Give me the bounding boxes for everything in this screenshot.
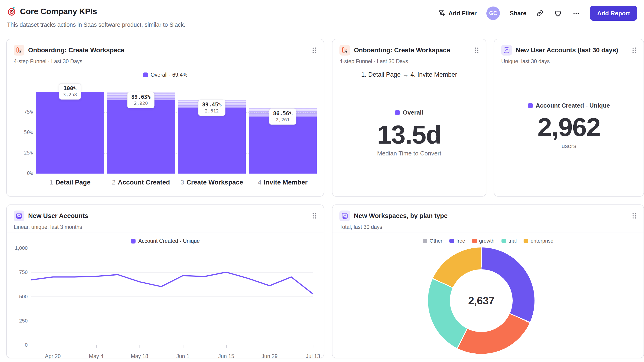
drag-handle-icon[interactable]: [474, 47, 479, 53]
legend-label: Other: [430, 238, 442, 244]
legend-label: trial: [508, 238, 516, 244]
funnel-bar[interactable]: 86.56%2,261: [249, 92, 317, 174]
funnel-bar[interactable]: 89.45%2,612: [178, 92, 246, 174]
target-icon: [7, 6, 17, 16]
metric-legend[interactable]: Account Created - Unique: [528, 102, 610, 109]
legend-marker: [131, 239, 136, 244]
funnel-step-range: 1. Detail Page → 4. Invite Member: [332, 67, 486, 82]
drag-handle-icon[interactable]: [312, 213, 317, 219]
funnel-bar-solid: [249, 117, 317, 174]
drag-handle-icon[interactable]: [632, 47, 636, 53]
x-axis-tick: [140, 345, 140, 348]
legend-label: enterprise: [530, 238, 553, 244]
donut-legend: Otherfreegrowthtrialenterprise: [332, 238, 644, 244]
y-axis-label: 500: [8, 294, 28, 300]
x-axis-label: May 18: [131, 353, 148, 360]
funnel-report-card: Onboarding: Create Workspace 4-step Funn…: [6, 39, 324, 197]
funnel-step-labels: 1Detail Page2Account Created3Create Work…: [36, 179, 317, 186]
dashboard-page: Core Company KPIs This dataset tracks ac…: [0, 0, 644, 362]
legend-label: Account Created - Unique: [536, 102, 610, 109]
legend-marker: [528, 103, 533, 108]
median-time-caption: Median Time to Convert: [377, 150, 441, 157]
card-title: Onboarding: Create Workspace: [354, 46, 450, 54]
x-axis-tick: [270, 345, 270, 348]
funnel-report-icon: [14, 45, 24, 55]
funnel-bar-label: 100%3,258: [59, 83, 81, 100]
legend-marker: [143, 72, 148, 77]
funnel-bar[interactable]: 89.63%2,920: [107, 92, 175, 174]
y-axis-label: 750: [8, 269, 28, 275]
legend-marker: [472, 239, 477, 243]
funnel-bar[interactable]: 100%3,258: [36, 92, 104, 174]
x-axis-label: Jun 29: [262, 353, 278, 360]
x-axis-tick: [53, 345, 53, 348]
x-axis-tick: [96, 345, 97, 348]
card-subtitle: 4-step Funnel · Last 30 Days: [340, 58, 479, 65]
favorite-heart-icon[interactable]: [554, 9, 562, 17]
funnel-bar-solid: [178, 108, 246, 174]
funnel-step-label: 3Create Workspace: [178, 179, 246, 186]
funnel-report-icon: [340, 45, 350, 55]
x-axis-label: May 4: [89, 353, 104, 360]
y-axis-label: 25%: [12, 150, 33, 156]
donut-legend-item[interactable]: Other: [423, 238, 442, 244]
drag-handle-icon[interactable]: [312, 47, 317, 53]
card-header: New User Accounts Linear, unique, last 3…: [7, 205, 324, 233]
y-axis-label: 250: [8, 318, 28, 324]
metric-legend[interactable]: Overall: [395, 109, 423, 116]
card-title: New User Accounts: [28, 212, 88, 220]
y-axis-label: 1,000: [8, 245, 28, 251]
donut-legend-item[interactable]: trial: [502, 238, 516, 244]
page-header: Core Company KPIs This dataset tracks ac…: [7, 6, 637, 34]
card-subtitle: Total, last 30 days: [340, 224, 636, 230]
header-actions: Add Filter GC Share: [438, 5, 637, 21]
more-options-icon[interactable]: [572, 9, 580, 17]
workspaces-donut-card: New Workspaces, by plan type Total, last…: [332, 204, 644, 358]
card-subtitle: Unique, last 30 days: [501, 58, 636, 65]
funnel-legend[interactable]: Overall · 69.4%: [7, 72, 324, 78]
donut-legend-item[interactable]: growth: [472, 238, 494, 244]
card-header: Onboarding: Create Workspace 4-step Funn…: [332, 39, 486, 67]
x-axis-label: Jun 1: [176, 353, 189, 360]
x-axis-label: Jun 15: [218, 353, 234, 360]
funnel-bar-label: 89.63%2,920: [127, 92, 154, 108]
donut-legend-item[interactable]: free: [450, 238, 465, 244]
line-report-icon: [501, 45, 512, 55]
new-users-30d-card: New User Accounts (last 30 days) Unique,…: [494, 39, 644, 197]
card-header: New User Accounts (last 30 days) Unique,…: [494, 39, 644, 67]
line-report-icon: [14, 211, 24, 221]
add-filter-button[interactable]: Add Filter: [438, 9, 476, 17]
legend-marker: [524, 239, 528, 243]
copy-link-icon[interactable]: [536, 9, 544, 17]
card-subtitle: Linear, unique, last 3 months: [14, 224, 317, 230]
line-series: [31, 272, 313, 294]
card-title: Onboarding: Create Workspace: [28, 46, 124, 54]
legend-label: growth: [479, 238, 494, 244]
x-axis-tick: [226, 345, 227, 348]
card-subtitle: 4-step Funnel · Last 30 Days: [14, 58, 317, 65]
page-subtitle: This dataset tracks actions in Saas soft…: [7, 21, 637, 28]
x-axis-label: Jul 13: [306, 353, 320, 360]
legend-label: Overall · 69.4%: [151, 72, 188, 78]
filter-plus-icon: [438, 9, 446, 17]
funnel-step-label: 4Invite Member: [249, 179, 317, 186]
new-users-caption: users: [562, 142, 576, 150]
new-users-value: 2,962: [538, 113, 600, 141]
line-chart[interactable]: Apr 20May 4May 18Jun 1Jun 15Jun 29Jul 13: [31, 248, 313, 345]
add-report-button[interactable]: Add Report: [590, 6, 637, 21]
funnel-step-label: 1Detail Page: [36, 179, 104, 186]
donut-legend-item[interactable]: enterprise: [524, 238, 553, 244]
funnel-bar-label: 89.45%2,612: [198, 99, 225, 116]
y-axis-label: 0: [8, 342, 28, 348]
line-report-icon: [340, 211, 350, 221]
funnel-chart[interactable]: 100%3,25889.63%2,92089.45%2,61286.56%2,2…: [36, 92, 317, 174]
user-avatar[interactable]: GC: [486, 6, 500, 20]
line-legend[interactable]: Account Created - Unique: [7, 238, 324, 244]
x-axis-label: Apr 20: [45, 353, 61, 360]
card-title: New User Accounts (last 30 days): [516, 46, 618, 54]
x-axis-tick: [183, 345, 184, 348]
drag-handle-icon[interactable]: [632, 213, 636, 219]
share-button[interactable]: Share: [510, 10, 526, 17]
legend-marker: [502, 239, 506, 243]
funnel-step-label: 2Account Created: [107, 179, 175, 186]
